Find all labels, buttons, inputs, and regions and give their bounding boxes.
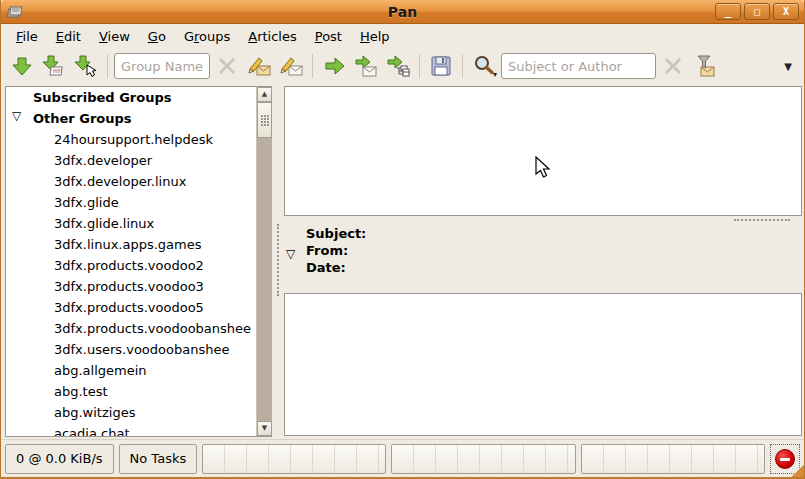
pencil-envelope-icon xyxy=(246,54,272,78)
article-header-pane[interactable] xyxy=(284,86,802,216)
down-arrow-cursor-icon xyxy=(74,54,98,78)
clear-search-button[interactable] xyxy=(658,51,688,81)
pencil-open-envelope-icon xyxy=(278,54,304,78)
get-new-headers-subscribed-button[interactable] xyxy=(39,51,69,81)
menu-view[interactable]: View xyxy=(90,26,139,47)
down-arrow-newspaper-icon xyxy=(42,54,66,78)
group-row[interactable]: 3dfx.developer.linux xyxy=(6,171,256,192)
group-name-label: abg.test xyxy=(54,384,108,399)
toolbar-separator xyxy=(312,54,313,78)
group-list-scrollbar[interactable]: ▲ ▼ xyxy=(256,87,271,436)
menu-post[interactable]: Post xyxy=(306,26,351,47)
status-bar: 0 @ 0.0 KiB/s No Tasks xyxy=(1,439,804,477)
right-arrow-icon xyxy=(323,55,345,77)
toolbar-separator xyxy=(107,54,108,78)
titlebar[interactable]: Pan _ □ X xyxy=(1,0,804,24)
group-row[interactable]: 3dfx.products.voodoo2 xyxy=(6,255,256,276)
filter-articles-button[interactable] xyxy=(690,51,720,81)
funnel-envelope-icon xyxy=(693,54,717,78)
tasks-status[interactable]: No Tasks xyxy=(119,444,198,474)
scroll-up-arrow-icon[interactable]: ▲ xyxy=(257,87,272,102)
read-next-unread-thread-button[interactable] xyxy=(383,51,413,81)
menu-bar: FileEditViewGoGroupsArticlesPostHelp xyxy=(1,25,804,48)
menu-articles[interactable]: Articles xyxy=(239,26,306,47)
group-row[interactable]: 24hoursupport.helpdesk xyxy=(6,129,256,150)
menu-go[interactable]: Go xyxy=(139,26,175,47)
date-label: Date: xyxy=(306,259,802,276)
post-article-button[interactable] xyxy=(244,51,274,81)
group-row[interactable]: 3dfx.linux.apps.games xyxy=(6,234,256,255)
window-title: Pan xyxy=(1,4,804,20)
group-name-input[interactable] xyxy=(114,53,210,79)
menu-help[interactable]: Help xyxy=(351,26,399,47)
group-name-label: 3dfx.linux.apps.games xyxy=(54,237,201,252)
group-row[interactable]: 3dfx.users.voodoobanshee xyxy=(6,339,256,360)
group-row[interactable]: 3dfx.products.voodoo5 xyxy=(6,297,256,318)
group-row[interactable]: 3dfx.developer xyxy=(6,150,256,171)
scrollbar-thumb[interactable] xyxy=(257,102,272,138)
toolbar-separator xyxy=(462,54,463,78)
group-list: Subscribed Groups▽Other Groups24hoursupp… xyxy=(6,87,256,436)
group-name-label: abg.allgemein xyxy=(54,363,147,378)
pan-window: Pan _ □ X FileEditViewGoGroupsArticlesPo… xyxy=(0,0,805,479)
group-name-label: 3dfx.users.voodoobanshee xyxy=(54,342,229,357)
article-body-pane[interactable] xyxy=(284,293,802,436)
clear-x-icon xyxy=(663,56,683,76)
group-row[interactable]: abg.allgemein xyxy=(6,360,256,381)
expander-triangle-icon[interactable]: ▽ xyxy=(286,247,295,261)
save-articles-button[interactable] xyxy=(426,51,456,81)
expander-triangle-icon[interactable]: ▽ xyxy=(12,109,21,123)
scrollbar-grip xyxy=(261,115,270,127)
group-name-label: 3dfx.products.voodoo5 xyxy=(54,300,204,315)
toolbar-separator xyxy=(419,54,420,78)
subject-label: Subject: xyxy=(306,225,802,242)
overflow-caret-icon: ▼ xyxy=(784,61,792,72)
task-progress-bar xyxy=(581,444,765,474)
splitter-grip xyxy=(734,219,790,221)
clear-group-filter-button[interactable] xyxy=(212,51,242,81)
group-section-subscribed-groups[interactable]: Subscribed Groups xyxy=(6,87,256,108)
group-pane: Subscribed Groups▽Other Groups24hoursupp… xyxy=(5,86,272,437)
group-name-label: 3dfx.products.voodoo2 xyxy=(54,258,204,273)
group-row[interactable]: acadia.chat xyxy=(6,423,256,436)
right-arrow-envelope-icon xyxy=(354,54,378,78)
minimize-button[interactable]: _ xyxy=(715,3,741,20)
search-input[interactable] xyxy=(501,53,656,79)
search-options-button[interactable]: ▾ xyxy=(469,51,499,81)
close-button[interactable]: X xyxy=(773,3,799,20)
group-row[interactable]: abg.witziges xyxy=(6,402,256,423)
vertical-pane-splitter[interactable] xyxy=(272,86,284,437)
scroll-down-arrow-icon[interactable]: ▼ xyxy=(257,421,272,436)
scrollbar-track[interactable] xyxy=(257,102,272,421)
task-progress-bar xyxy=(202,444,386,474)
group-name-label: 3dfx.products.voodoo3 xyxy=(54,279,204,294)
get-new-headers-button[interactable] xyxy=(7,51,37,81)
floppy-disk-icon xyxy=(429,54,453,78)
menu-groups[interactable]: Groups xyxy=(175,26,239,47)
get-headers-selected-button[interactable] xyxy=(71,51,101,81)
group-section-label: Subscribed Groups xyxy=(33,90,172,105)
right-arrow-thread-icon xyxy=(386,54,410,78)
menu-edit[interactable]: Edit xyxy=(47,26,90,47)
followup-article-button[interactable] xyxy=(276,51,306,81)
toolbar: ▾ ▼ xyxy=(1,48,804,84)
group-row[interactable]: 3dfx.glide.linux xyxy=(6,213,256,234)
toolbar-overflow-button[interactable]: ▼ xyxy=(778,51,798,81)
maximize-button[interactable]: □ xyxy=(744,3,770,20)
window-resize-grip[interactable] xyxy=(790,463,804,477)
group-name-label: 3dfx.glide.linux xyxy=(54,216,154,231)
read-next-unread-article-button[interactable] xyxy=(351,51,381,81)
down-arrow-icon xyxy=(11,55,33,77)
group-row[interactable]: 3dfx.products.voodoo3 xyxy=(6,276,256,297)
group-section-label: Other Groups xyxy=(33,111,132,126)
task-progress-bar xyxy=(391,444,575,474)
group-row[interactable]: abg.test xyxy=(6,381,256,402)
group-name-label: 3dfx.developer.linux xyxy=(54,174,186,189)
group-row[interactable]: 3dfx.products.voodoobanshee xyxy=(6,318,256,339)
group-row[interactable]: 3dfx.glide xyxy=(6,192,256,213)
menu-file[interactable]: File xyxy=(7,26,47,47)
read-next-unread-button[interactable] xyxy=(319,51,349,81)
group-name-label: acadia.chat xyxy=(54,426,130,436)
group-section-other-groups[interactable]: ▽Other Groups xyxy=(6,108,256,129)
horizontal-pane-splitter[interactable] xyxy=(284,216,802,223)
